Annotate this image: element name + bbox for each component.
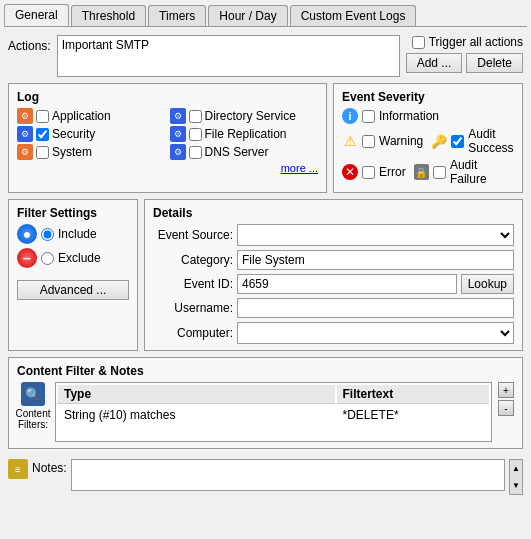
event-id-label: Event ID:	[153, 277, 233, 291]
dns-server-checkbox[interactable]	[189, 146, 202, 159]
content-filters-label: Content Filters:	[13, 408, 53, 430]
include-icon: ●	[17, 224, 37, 244]
filter-settings-title: Filter Settings	[17, 206, 129, 220]
trigger-all-label: Trigger all actions	[429, 35, 523, 49]
actions-label: Actions:	[8, 35, 51, 53]
log-title: Log	[17, 90, 318, 104]
username-label: Username:	[153, 301, 233, 315]
delete-button[interactable]: Delete	[466, 53, 523, 73]
include-radio[interactable]	[41, 228, 54, 241]
event-id-input[interactable]	[237, 274, 457, 294]
exclude-radio[interactable]	[41, 252, 54, 265]
filter-text-cell: *DELETE*	[337, 406, 489, 424]
log-section: Log ⚙ Application ⚙	[8, 83, 327, 193]
log-item-dns-server: ⚙ DNS Server	[170, 144, 319, 160]
col-type: Type	[58, 385, 335, 404]
filter-include-row: ● Include	[17, 224, 129, 244]
system-label: System	[52, 145, 92, 159]
category-label: Category:	[153, 253, 233, 267]
information-checkbox[interactable]	[362, 110, 375, 123]
content-filter-section: Content Filter & Notes 🔍 Content Filters…	[8, 357, 523, 449]
warning-checkbox[interactable]	[362, 135, 375, 148]
content-filters-table-wrap: Type Filtertext String (#10) matches *DE…	[55, 382, 492, 442]
details-section: Details Event Source: Category: Event ID…	[144, 199, 523, 351]
tab-bar: General Threshold Timers Hour / Day Cust…	[0, 0, 531, 26]
actions-textarea[interactable]: Important SMTP	[57, 35, 400, 77]
log-item-security: ⚙ Security	[17, 126, 166, 142]
audit-success-checkbox[interactable]	[451, 135, 464, 148]
notes-scrollbar: ▲ ▼	[509, 459, 523, 495]
notes-scroll-down[interactable]: ▼	[510, 477, 522, 494]
details-title: Details	[153, 206, 514, 220]
lookup-button[interactable]: Lookup	[461, 274, 514, 294]
warning-label: Warning	[379, 134, 423, 148]
content-filters-icon-area: 🔍 Content Filters:	[17, 382, 49, 442]
severity-information: i Information	[342, 108, 514, 124]
dns-server-icon: ⚙	[170, 144, 186, 160]
log-severity-row: Log ⚙ Application ⚙	[8, 83, 523, 193]
file-replication-checkbox[interactable]	[189, 128, 202, 141]
btn-row: Add ... Delete	[406, 53, 523, 73]
trigger-all-checkbox[interactable]	[412, 36, 425, 49]
tab-threshold[interactable]: Threshold	[71, 5, 146, 26]
computer-label: Computer:	[153, 326, 233, 340]
main-window: General Threshold Timers Hour / Day Cust…	[0, 0, 531, 539]
username-input[interactable]	[237, 298, 514, 318]
computer-select[interactable]	[237, 322, 514, 344]
actions-right: Trigger all actions Add ... Delete	[406, 35, 523, 73]
application-checkbox[interactable]	[36, 110, 49, 123]
security-label: Security	[52, 127, 95, 141]
dns-server-label: DNS Server	[205, 145, 269, 159]
log-item-system: ⚙ System	[17, 144, 166, 160]
cf-inner: 🔍 Content Filters: Type Filtertext	[17, 382, 514, 442]
tab-custom-event-logs[interactable]: Custom Event Logs	[290, 5, 417, 26]
tab-general[interactable]: General	[4, 4, 69, 26]
audit-success-icon: 🔑	[431, 133, 447, 149]
file-replication-label: File Replication	[205, 127, 287, 141]
advanced-button[interactable]: Advanced ...	[17, 280, 129, 300]
filter-details-row: Filter Settings ● Include – Exclude Adva…	[8, 199, 523, 351]
event-source-select[interactable]	[237, 224, 514, 246]
directory-service-icon: ⚙	[170, 108, 186, 124]
severity-audit-success: 🔑 Audit Success	[431, 127, 514, 155]
content-filters-table: Type Filtertext String (#10) matches *DE…	[56, 383, 491, 426]
log-grid: ⚙ Application ⚙ Directory Service	[17, 108, 318, 160]
col-filtertext: Filtertext	[337, 385, 489, 404]
notes-label: Notes:	[32, 459, 67, 475]
table-row[interactable]: String (#10) matches *DELETE*	[58, 406, 489, 424]
audit-failure-icon: 🔒	[414, 164, 429, 180]
filter-settings-section: Filter Settings ● Include – Exclude Adva…	[8, 199, 138, 351]
notes-scroll-up[interactable]: ▲	[510, 460, 522, 477]
security-icon: ⚙	[17, 126, 33, 142]
content-filters-icon: 🔍	[21, 382, 45, 406]
system-checkbox[interactable]	[36, 146, 49, 159]
remove-filter-button[interactable]: -	[498, 400, 514, 416]
event-id-row: Lookup	[237, 274, 514, 294]
tab-hour-day[interactable]: Hour / Day	[208, 5, 287, 26]
event-severity-section: Event Severity i Information ⚠ Warning 🔑	[333, 83, 523, 193]
directory-service-checkbox[interactable]	[189, 110, 202, 123]
notes-icon: ≡	[8, 459, 28, 479]
error-label: Error	[379, 165, 406, 179]
event-severity-title: Event Severity	[342, 90, 514, 104]
include-label: Include	[58, 227, 97, 241]
notes-textarea[interactable]	[71, 459, 505, 491]
information-label: Information	[379, 109, 439, 123]
system-icon: ⚙	[17, 144, 33, 160]
tab-timers[interactable]: Timers	[148, 5, 206, 26]
filter-type-cell: String (#10) matches	[58, 406, 335, 424]
add-filter-button[interactable]: +	[498, 382, 514, 398]
trigger-all-row: Trigger all actions	[412, 35, 523, 49]
log-item-application: ⚙ Application	[17, 108, 166, 124]
security-checkbox[interactable]	[36, 128, 49, 141]
audit-failure-checkbox[interactable]	[433, 166, 446, 179]
severity-warning: ⚠ Warning	[342, 133, 423, 149]
error-checkbox[interactable]	[362, 166, 375, 179]
tab-content: Actions: Important SMTP Trigger all acti…	[0, 27, 531, 539]
category-input[interactable]	[237, 250, 514, 270]
actions-row: Actions: Important SMTP Trigger all acti…	[8, 35, 523, 77]
event-source-label: Event Source:	[153, 228, 233, 242]
add-button[interactable]: Add ...	[406, 53, 463, 73]
more-link[interactable]: more ...	[17, 162, 318, 174]
error-icon: ✕	[342, 164, 358, 180]
